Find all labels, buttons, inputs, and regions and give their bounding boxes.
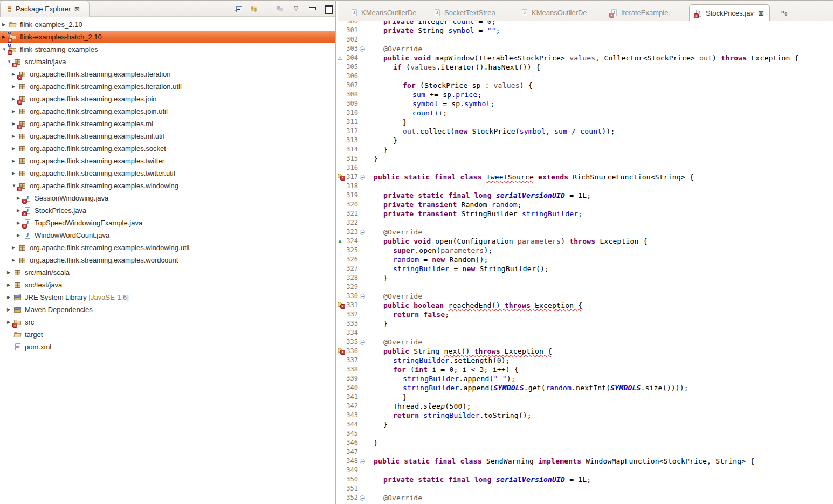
tree-item[interactable]: ▶org.apache.flink.streaming.examples.win… <box>0 241 335 254</box>
tree-item[interactable]: ▶src/test/java <box>0 279 335 291</box>
code-text[interactable] <box>366 218 833 227</box>
code-text[interactable]: public boolean reachedEnd() throws Excep… <box>366 301 833 310</box>
code-text[interactable]: super.open(parameters); <box>366 246 833 255</box>
tree-item[interactable]: ▶flink-examples_2.10 <box>0 18 335 31</box>
overrides-marker-icon[interactable]: ▲ <box>338 237 342 246</box>
code-text[interactable] <box>366 72 833 81</box>
code-text[interactable]: out.collect(new StockPrice(symbol, sum /… <box>366 127 833 136</box>
expand-arrow[interactable]: ▶ <box>12 258 18 263</box>
tree-item[interactable]: ▶org.apache.flink.streaming.examples.wor… <box>0 254 335 266</box>
tree-item[interactable]: ▼×org.apache.flink.streaming.examples.wi… <box>0 179 335 192</box>
code-text[interactable]: } <box>366 438 833 447</box>
tree-item[interactable]: ▼×src/main/java <box>0 56 335 68</box>
code-text[interactable]: stringBuilder.setLength(0); <box>366 356 833 365</box>
error-quickfix-icon[interactable]: × <box>338 348 345 355</box>
tree-item[interactable]: ▶org.apache.flink.streaming.examples.ite… <box>0 80 335 93</box>
link-with-editor-icon[interactable]: ⇆ <box>251 5 258 12</box>
code-text[interactable]: symbol = sp.symbol; <box>366 99 833 108</box>
code-text[interactable]: } <box>366 154 833 163</box>
code-text[interactable] <box>366 466 833 475</box>
tree-item[interactable]: ▶M×flink-examples-batch_2.10 <box>0 31 335 43</box>
code-text[interactable] <box>366 429 833 438</box>
expand-arrow[interactable]: ▶ <box>12 109 18 114</box>
code-text[interactable] <box>366 163 833 172</box>
code-text[interactable]: } <box>366 136 833 145</box>
fold-collapse-icon[interactable] <box>358 292 366 301</box>
code-text[interactable]: public void mapWindow(Iterable<StockPric… <box>366 53 833 63</box>
code-text[interactable]: @Override <box>366 337 833 347</box>
tree-item[interactable]: ▶org.apache.flink.streaming.examples.soc… <box>0 142 335 155</box>
tree-item[interactable]: ▶×src <box>0 316 335 328</box>
tree-item[interactable]: ▶org.apache.flink.streaming.examples.ml.… <box>0 130 335 142</box>
code-text[interactable]: @Override <box>366 292 833 301</box>
code-text[interactable]: private String symbol = ""; <box>366 26 833 35</box>
expand-arrow[interactable]: ▶ <box>12 245 18 250</box>
code-text[interactable]: Thread.sleep(500); <box>366 402 833 411</box>
code-text[interactable] <box>366 484 833 493</box>
code-text[interactable]: @Override <box>366 44 833 53</box>
tree-item[interactable]: ▶JRE System Library [JavaSE-1.6] <box>0 291 335 303</box>
tree-item[interactable]: ▶×org.apache.flink.streaming.examples.ml <box>0 118 335 130</box>
tree-item[interactable]: ▶J×SessionWindowing.java <box>0 192 335 204</box>
code-text[interactable]: } <box>366 145 833 154</box>
code-text[interactable]: random = new Random(); <box>366 255 833 264</box>
expand-arrow[interactable]: ▶ <box>12 146 18 151</box>
code-text[interactable]: public String next() throws Exception { <box>366 347 833 356</box>
close-view-icon[interactable]: ⊠ <box>74 6 80 12</box>
tree-item[interactable]: ▶org.apache.flink.streaming.examples.twi… <box>0 155 335 167</box>
fold-collapse-icon[interactable] <box>358 337 366 347</box>
code-text[interactable] <box>366 447 833 457</box>
code-text[interactable]: return false; <box>366 310 833 319</box>
expand-arrow[interactable]: ▶ <box>7 270 13 275</box>
code-text[interactable]: stringBuilder = new StringBuilder(); <box>366 264 833 273</box>
error-quickfix-icon[interactable]: × <box>338 302 345 309</box>
code-text[interactable] <box>366 328 833 337</box>
code-text[interactable] <box>366 282 833 292</box>
code-text[interactable]: private static final long serialVersionU… <box>366 191 833 200</box>
code-text[interactable]: private transient Random random; <box>366 200 833 209</box>
code-text[interactable]: for (int i = 0; i < 3; i++) { <box>366 365 833 374</box>
minimize-icon[interactable] <box>308 5 316 12</box>
code-text[interactable]: private static final long serialVersionU… <box>366 475 833 484</box>
editor-tab[interactable]: JSocketTextStrea <box>428 4 501 21</box>
expand-arrow[interactable]: ▶ <box>7 282 13 287</box>
expand-arrow[interactable]: ▶ <box>12 158 18 163</box>
view-menu-icon[interactable]: ▽ <box>292 5 300 12</box>
tree-item[interactable]: target <box>0 328 335 341</box>
tree-item[interactable]: ▼M×flink-streaming-examples <box>0 43 335 56</box>
code-text[interactable]: @Override <box>366 493 833 502</box>
editor-tab[interactable]: JKMeansOutlierDe <box>515 4 593 21</box>
code-text[interactable]: if (values.iterator().hasNext()) { <box>366 63 833 72</box>
expand-arrow[interactable]: ▶ <box>12 134 18 139</box>
code-text[interactable]: public static final class SendWarning im… <box>366 457 833 466</box>
code-text[interactable]: } <box>366 392 833 402</box>
code-text[interactable]: sum += sp.price; <box>366 90 833 99</box>
code-text[interactable] <box>366 35 833 44</box>
code-text[interactable]: @Override <box>366 227 833 237</box>
expand-arrow[interactable]: ▶ <box>7 307 13 312</box>
code-text[interactable]: public void open(Configuration parameter… <box>366 237 833 246</box>
editor-tab[interactable]: J×IterateExample. <box>605 4 676 21</box>
editor-tab[interactable]: JKMeansOutlierDe <box>345 4 422 21</box>
code-text[interactable]: return stringBuilder.toString(); <box>366 411 833 420</box>
implements-marker-icon[interactable]: △ <box>338 53 342 63</box>
expand-arrow[interactable]: ▶ <box>17 233 23 238</box>
code-text[interactable]: private transient StringBuilder stringBu… <box>366 209 833 218</box>
tree-item[interactable]: ▶Maven Dependencies <box>0 303 335 316</box>
code-text[interactable]: } <box>366 319 833 328</box>
code-text[interactable]: public static final class TweetSource ex… <box>366 172 833 182</box>
fold-collapse-icon[interactable] <box>358 457 366 466</box>
tree-item[interactable]: ▶×org.apache.flink.streaming.examples.it… <box>0 68 335 80</box>
tree-item[interactable]: Mpom.xml <box>0 341 335 353</box>
tree-item[interactable]: ▶×org.apache.flink.streaming.examples.jo… <box>0 93 335 105</box>
code-text[interactable] <box>366 182 833 191</box>
code-text[interactable]: private Integer count = 0; <box>366 21 833 26</box>
code-text[interactable]: stringBuilder.append(" "); <box>366 374 833 383</box>
fold-collapse-icon[interactable] <box>358 227 366 237</box>
expand-arrow[interactable]: ▶ <box>12 171 18 176</box>
tree-item[interactable]: ▶J×TopSpeedWindowingExample.java <box>0 217 335 229</box>
code-text[interactable]: } <box>366 118 833 127</box>
maximize-icon[interactable] <box>325 5 332 12</box>
expand-arrow[interactable]: ▶ <box>12 84 18 89</box>
tree-item[interactable]: ▶JWindowWordCount.java <box>0 229 335 241</box>
